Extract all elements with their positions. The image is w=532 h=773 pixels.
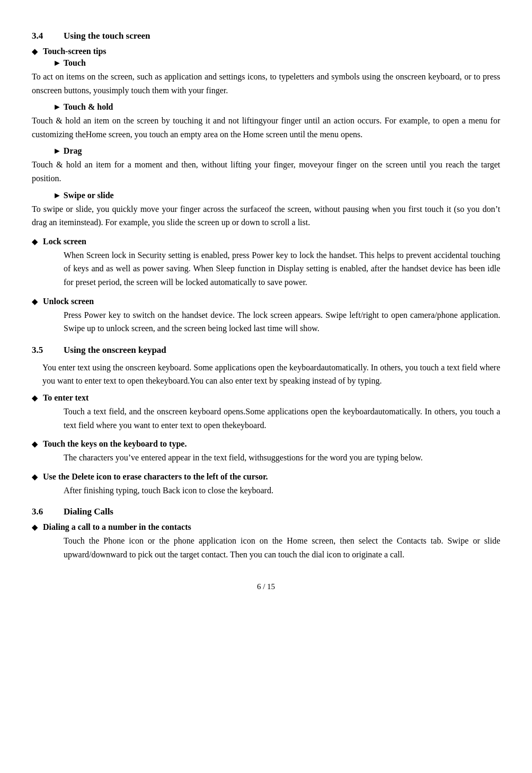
section-35-number: 3.5 [32,345,64,356]
diamond-icon-5: ◆ [32,440,38,449]
use-delete-title: ◆ Use the Delete icon to erase character… [32,472,500,482]
touch-screen-tips-title: ◆ Touch-screen tips [32,47,500,56]
to-enter-text-section: ◆ To enter text Touch a text field, and … [32,393,500,432]
section-36-number: 3.6 [32,507,64,517]
touch-hold-subheading: ►Touch & hold [53,102,500,112]
use-delete-section: ◆ Use the Delete icon to erase character… [32,472,500,497]
section-36-title: Dialing Calls [64,507,113,517]
section-35-title: Using the onscreen keypad [64,345,166,356]
section-34-heading: 3.4 Using the touch screen [32,31,500,41]
dialing-contacts-body: Touch the Phone icon or the phone applic… [64,534,500,561]
diamond-icon-3: ◆ [32,297,38,306]
section-34-number: 3.4 [32,31,64,41]
touch-body: To act on items on the screen, such as a… [32,70,500,97]
arrow-icon-4: ► [53,191,61,200]
dialing-contacts-title: ◆ Dialing a call to a number in the cont… [32,522,500,532]
touch-subheading: ►Touch [53,58,500,68]
diamond-icon-6: ◆ [32,473,38,482]
diamond-icon-7: ◆ [32,523,38,532]
lock-screen-title: ◆ Lock screen [32,237,500,246]
lock-screen-section: ◆ Lock screen When Screen lock in Securi… [32,237,500,289]
arrow-icon: ► [53,58,61,67]
diamond-icon-2: ◆ [32,237,38,246]
onscreen-keypad-intro: You enter text using the onscreen keyboa… [42,361,500,388]
drag-subheading: ►Drag [53,146,500,156]
page-number: 6 / 15 [257,582,275,591]
use-delete-body: After finishing typing, touch Back icon … [64,484,500,497]
touch-keys-title: ◆ Touch the keys on the keyboard to type… [32,439,500,449]
to-enter-text-body: Touch a text field, and the onscreen key… [64,405,500,432]
to-enter-text-title: ◆ To enter text [32,393,500,403]
diamond-icon-4: ◆ [32,394,38,403]
swipe-body: To swipe or slide, you quickly move your… [32,202,500,229]
arrow-icon-3: ► [53,146,61,155]
touch-keys-section: ◆ Touch the keys on the keyboard to type… [32,439,500,465]
drag-body: Touch & hold an item for a moment and th… [32,158,500,185]
unlock-screen-title: ◆ Unlock screen [32,297,500,306]
section-35-heading: 3.5 Using the onscreen keypad [32,345,500,356]
unlock-screen-section: ◆ Unlock screen Press Power key to switc… [32,297,500,335]
touch-screen-tips-section: ◆ Touch-screen tips ►Touch To act on ite… [32,47,500,229]
lock-screen-body: When Screen lock in Security setting is … [64,248,500,289]
page-footer: 6 / 15 [32,582,500,591]
touch-keys-body: The characters you’ve entered appear in … [64,451,500,465]
diamond-icon: ◆ [32,47,38,56]
swipe-subheading: ►Swipe or slide [53,191,500,200]
arrow-icon-2: ► [53,102,61,111]
unlock-screen-body: Press Power key to switch on the handset… [64,308,500,335]
dialing-contacts-section: ◆ Dialing a call to a number in the cont… [32,522,500,561]
touch-hold-body: Touch & hold an item on the screen by to… [32,114,500,141]
section-34-title: Using the touch screen [64,31,150,41]
section-36-heading: 3.6 Dialing Calls [32,507,500,517]
